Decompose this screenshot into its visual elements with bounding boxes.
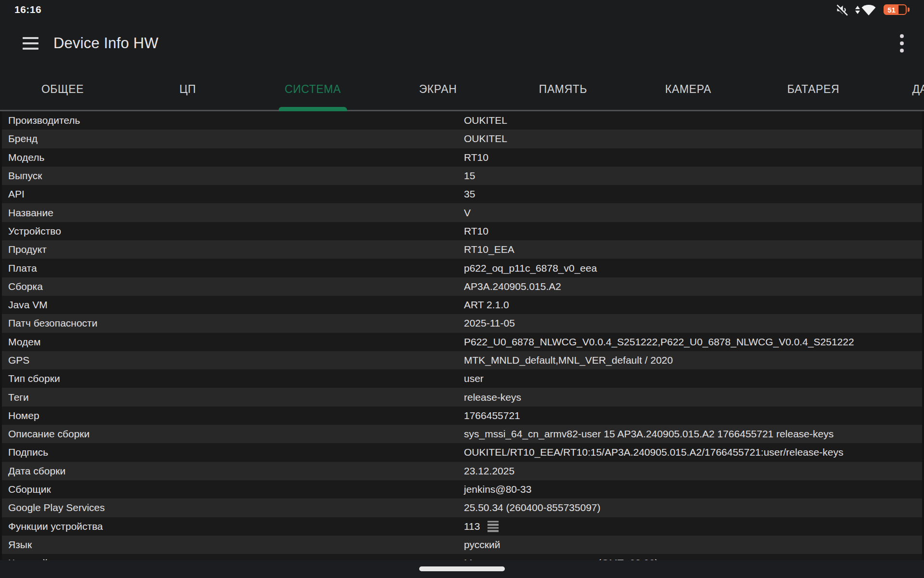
row-value: RT10_EEA bbox=[464, 244, 514, 255]
row-value: user bbox=[464, 373, 484, 384]
row-label: Производитель bbox=[8, 115, 80, 126]
tab-label: ЭКРАН bbox=[419, 83, 457, 96]
table-row: ПодписьOUKITEL/RT10_EEA/RT10:15/AP3A.240… bbox=[2, 443, 922, 461]
table-row: ПроизводительOUKITEL bbox=[2, 111, 922, 130]
row-label: Дата сборки bbox=[8, 465, 65, 477]
row-value: OUKITEL bbox=[464, 133, 507, 144]
overflow-menu-icon[interactable] bbox=[898, 32, 906, 54]
table-row: Тегиrelease-keys bbox=[2, 388, 922, 406]
table-row: МодемP622_U0_6878_NLWCG_V0.0.4_S251222,P… bbox=[2, 333, 922, 351]
row-label: Модель bbox=[8, 152, 44, 163]
row-label: Тип сборки bbox=[8, 373, 60, 384]
tab-label: ОБЩЕЕ bbox=[41, 83, 84, 96]
row-value: ART 2.1.0 bbox=[464, 299, 509, 311]
data-arrows-icon bbox=[855, 6, 860, 14]
row-label: Google Play Services bbox=[8, 502, 105, 513]
table-row: Часовой поясМосква, стандартное время (G… bbox=[2, 554, 922, 560]
row-value: OUKITEL/RT10_EEA/RT10:15/AP3A.240905.015… bbox=[464, 447, 843, 458]
gesture-bar-area bbox=[0, 560, 924, 578]
row-value: AP3A.240905.015.A2 bbox=[464, 281, 561, 292]
table-row: Дата сборки23.12.2025 bbox=[2, 462, 922, 480]
row-value: RT10 bbox=[464, 225, 488, 237]
volume-muted-icon bbox=[835, 3, 848, 16]
app-title: Device Info HW bbox=[53, 35, 158, 52]
table-row: GPSMTK_MNLD_default,MNL_VER_default / 20… bbox=[2, 351, 922, 369]
menu-icon[interactable] bbox=[23, 37, 38, 50]
gesture-pill[interactable] bbox=[419, 566, 505, 571]
selected-tab-indicator bbox=[279, 107, 347, 111]
row-label: Устройство bbox=[8, 225, 61, 237]
row-label: Плата bbox=[8, 263, 37, 274]
tabs-container: ОБЩЕЕЦПСИСТЕМАЭКРАНПАМЯТЬКАМЕРАБАТАРЕЯДА… bbox=[0, 67, 924, 110]
row-value: 23.12.2025 bbox=[464, 465, 514, 477]
row-value: 2025-11-05 bbox=[464, 317, 515, 329]
row-label: Продукт bbox=[8, 244, 47, 255]
battery-percent: 51 bbox=[887, 6, 896, 14]
tab-bar: ОБЩЕЕЦПСИСТЕМАЭКРАНПАМЯТЬКАМЕРАБАТАРЕЯДА… bbox=[0, 67, 924, 111]
wifi-transfer-icon bbox=[855, 3, 876, 16]
row-label: Функции устройства bbox=[8, 521, 103, 532]
tab-7[interactable]: ДАТЧИКИ bbox=[876, 67, 924, 111]
row-value: sys_mssi_64_cn_armv82-user 15 AP3A.24090… bbox=[464, 428, 834, 440]
table-row: Java VMART 2.1.0 bbox=[2, 296, 922, 314]
row-value: 35 bbox=[464, 188, 475, 200]
row-value: 1766455721 bbox=[464, 410, 520, 421]
table-row: Описание сборкиsys_mssi_64_cn_armv82-use… bbox=[2, 425, 922, 443]
tab-0[interactable]: ОБЩЕЕ bbox=[0, 67, 125, 111]
table-row: Патч безопасности2025-11-05 bbox=[2, 314, 922, 332]
tab-1[interactable]: ЦП bbox=[125, 67, 250, 111]
tab-4[interactable]: ПАМЯТЬ bbox=[500, 67, 626, 111]
row-label: Бренд bbox=[8, 133, 38, 144]
app-bar: Device Info HW bbox=[0, 19, 924, 67]
tab-5[interactable]: КАМЕРА bbox=[626, 67, 751, 111]
tab-6[interactable]: БАТАРЕЯ bbox=[751, 67, 876, 111]
row-label: Теги bbox=[8, 392, 29, 403]
system-table: ПроизводительOUKITELБрендOUKITELМодельRT… bbox=[2, 111, 922, 560]
list-icon[interactable] bbox=[487, 520, 500, 533]
row-label: GPS bbox=[8, 355, 29, 366]
row-value: 113 bbox=[464, 521, 480, 532]
table-row[interactable]: Функции устройства113 bbox=[2, 517, 922, 536]
row-value: русский bbox=[464, 539, 500, 551]
table-row: Выпуск15 bbox=[2, 167, 922, 185]
row-value: V bbox=[464, 207, 471, 219]
row-value: jenkins@80-33 bbox=[464, 484, 531, 495]
tab-label: СИСТЕМА bbox=[284, 83, 341, 96]
battery-nub bbox=[908, 8, 910, 12]
table-row: СборкаAP3A.240905.015.A2 bbox=[2, 277, 922, 296]
row-label: Выпуск bbox=[8, 170, 42, 182]
table-row: Тип сборкиuser bbox=[2, 369, 922, 388]
row-label: Сборка bbox=[8, 281, 43, 292]
tab-2[interactable]: СИСТЕМА bbox=[250, 67, 375, 111]
row-label: Номер bbox=[8, 410, 39, 421]
table-row: Номер1766455721 bbox=[2, 407, 922, 425]
tab-label: ДАТЧИКИ bbox=[912, 83, 924, 96]
row-label: API bbox=[8, 188, 25, 200]
table-row: НазваниеV bbox=[2, 203, 922, 222]
tab-label: ПАМЯТЬ bbox=[539, 83, 587, 96]
table-row: БрендOUKITEL bbox=[2, 130, 922, 148]
row-value: 25.50.34 (260400-855735097) bbox=[464, 502, 601, 513]
clock: 16:16 bbox=[14, 4, 41, 15]
battery-fill: 51 bbox=[885, 5, 898, 14]
row-value: MTK_MNLD_default,MNL_VER_default / 2020 bbox=[464, 355, 673, 366]
tab-label: БАТАРЕЯ bbox=[787, 83, 839, 96]
row-label: Подпись bbox=[8, 447, 48, 458]
row-label: Модем bbox=[8, 336, 40, 348]
table-row: Языкрусский bbox=[2, 536, 922, 554]
row-value: P622_U0_6878_NLWCG_V0.0.4_S251222,P622_U… bbox=[464, 336, 854, 348]
tab-label: ЦП bbox=[180, 83, 196, 96]
row-label: Сборщик bbox=[8, 484, 51, 495]
row-value: p622_oq_p11c_6878_v0_eea bbox=[464, 263, 597, 274]
row-label: Язык bbox=[8, 539, 32, 551]
tab-label: КАМЕРА bbox=[665, 83, 711, 96]
table-row: ПродуктRT10_EEA bbox=[2, 240, 922, 259]
table-row: Google Play Services25.50.34 (260400-855… bbox=[2, 499, 922, 517]
row-label: Название bbox=[8, 207, 53, 219]
status-icons: 51 bbox=[835, 0, 910, 19]
tab-3[interactable]: ЭКРАН bbox=[375, 67, 500, 111]
table-row: Сборщикjenkins@80-33 bbox=[2, 480, 922, 499]
table-row: API35 bbox=[2, 185, 922, 203]
row-value: RT10 bbox=[464, 152, 488, 163]
row-value: OUKITEL bbox=[464, 115, 507, 126]
